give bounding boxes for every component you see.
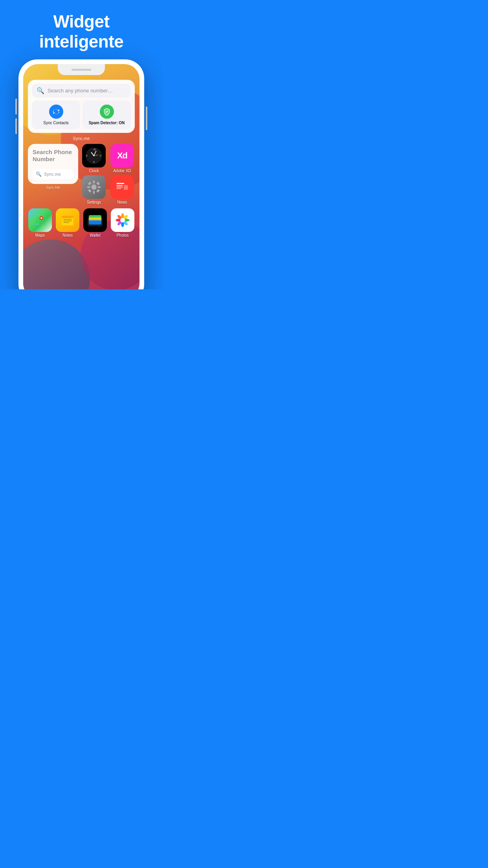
wallet-icon	[83, 208, 107, 232]
svg-rect-17	[88, 189, 92, 193]
spw-search-label: Sync.me	[44, 172, 61, 177]
svg-rect-22	[116, 188, 121, 189]
svg-rect-21	[116, 187, 123, 188]
sync-contacts-label: Sync Contacts	[43, 121, 68, 125]
svg-point-10	[91, 185, 96, 190]
syncme-attribution: Sync.me	[27, 136, 136, 141]
svg-rect-14	[97, 186, 101, 188]
photos-icon	[111, 208, 134, 232]
svg-rect-28	[62, 216, 73, 218]
svg-rect-35	[89, 220, 101, 224]
search-phone-widget-label: Sync.Me	[46, 186, 60, 189]
svg-text:3: 3	[99, 154, 101, 157]
spam-detector-button[interactable]: Spam Detector: ON	[83, 101, 131, 129]
widget-buttons-row: Sync Contacts Spam Det	[32, 101, 131, 129]
news-label: News	[117, 200, 127, 204]
clock-app[interactable]: 12 3 6 9	[82, 144, 106, 173]
notch-bar	[72, 69, 91, 71]
widget-search-bar[interactable]: 🔍 Search any phone number…	[32, 84, 131, 97]
search-phone-widget[interactable]: Search Phone Number 🔍 Sync.me	[28, 144, 78, 184]
svg-rect-31	[63, 223, 69, 223]
notes-label: Notes	[62, 233, 73, 237]
settings-label: Settings	[87, 200, 101, 204]
settings-app[interactable]: Settings	[82, 175, 106, 204]
spam-detector-icon	[100, 105, 114, 119]
clock-app-col: 12 3 6 9	[81, 144, 106, 204]
phone-notch	[58, 64, 105, 75]
svg-rect-11	[93, 180, 95, 184]
svg-rect-23	[124, 185, 128, 190]
maps-app[interactable]: Maps	[28, 208, 52, 237]
svg-rect-18	[96, 189, 100, 193]
svg-rect-19	[116, 183, 124, 184]
search-placeholder-text: Search any phone number…	[48, 88, 113, 94]
svg-rect-13	[87, 186, 90, 188]
phone-mockup: 🔍 Search any phone number… Sync Cont	[18, 59, 144, 289]
wallet-app[interactable]: Wallet	[83, 208, 107, 237]
bottom-app-grid: Maps Notes	[27, 208, 136, 237]
svg-rect-29	[63, 219, 72, 220]
photos-label: Photos	[116, 233, 128, 237]
side-button-left2	[15, 118, 17, 134]
news-app[interactable]: News	[110, 175, 134, 204]
maps-icon	[28, 208, 52, 232]
svg-rect-15	[88, 182, 92, 185]
notes-app[interactable]: Notes	[55, 208, 80, 237]
sync-icon	[49, 105, 63, 119]
photos-app[interactable]: Photos	[110, 208, 135, 237]
svg-point-25	[40, 217, 42, 219]
xd-text: Xd	[117, 151, 127, 161]
maps-label: Maps	[35, 233, 45, 237]
svg-rect-30	[63, 221, 72, 222]
page-title: Widget inteligente	[8, 12, 155, 51]
search-icon: 🔍	[37, 87, 44, 94]
screen-content: 🔍 Search any phone number… Sync Cont	[23, 64, 139, 289]
svg-rect-16	[96, 182, 100, 185]
side-button-left	[15, 99, 17, 114]
spam-detector-label: Spam Detector: ON	[89, 121, 125, 125]
adobexd-icon: Xd	[110, 144, 134, 167]
spw-search-icon: 🔍	[36, 171, 42, 177]
adobexd-app[interactable]: Xd Adobe XD	[110, 144, 134, 173]
svg-text:9: 9	[86, 154, 87, 157]
svg-rect-26	[34, 224, 39, 225]
news-icon	[110, 175, 134, 199]
phone-frame: 🔍 Search any phone number… Sync Cont	[18, 59, 144, 289]
clock-label: Clock	[89, 169, 99, 173]
svg-point-9	[93, 155, 94, 156]
svg-text:6: 6	[93, 161, 94, 163]
adobexd-label: Adobe XD	[113, 169, 131, 173]
phone-screen: 🔍 Search any phone number… Sync Cont	[23, 64, 139, 289]
settings-icon	[82, 175, 106, 199]
svg-text:12: 12	[93, 148, 95, 151]
xd-news-col: Xd Adobe XD	[110, 144, 135, 204]
clock-icon: 12 3 6 9	[82, 144, 106, 167]
search-phone-input[interactable]: 🔍 Sync.me	[33, 169, 73, 179]
search-phone-title: Search Phone Number	[33, 149, 73, 163]
sync-contacts-button[interactable]: Sync Contacts	[32, 101, 80, 129]
header: Widget inteligente	[0, 0, 163, 57]
widget-app-row: Search Phone Number 🔍 Sync.me Sync.Me	[27, 144, 136, 204]
svg-rect-12	[93, 191, 95, 194]
svg-rect-20	[116, 185, 123, 186]
side-button-right	[146, 107, 147, 130]
svg-point-44	[120, 218, 125, 223]
notes-icon	[56, 208, 79, 232]
syncme-widget[interactable]: 🔍 Search any phone number… Sync Cont	[28, 80, 135, 133]
wallet-label: Wallet	[90, 233, 100, 237]
